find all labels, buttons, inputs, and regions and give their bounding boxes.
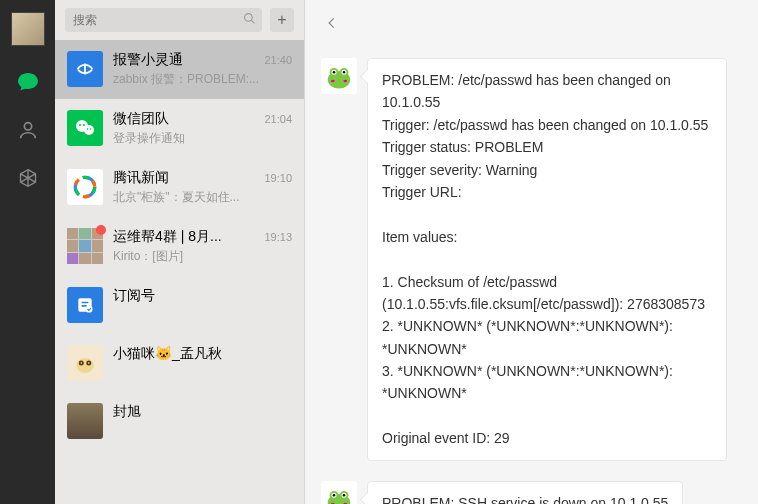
chat-time: 19:13 (264, 231, 292, 243)
svg-point-26 (343, 80, 347, 83)
chat-time: 21:04 (264, 113, 292, 125)
message-bubble[interactable]: PROBLEM: /etc/passwd has been changed on… (367, 58, 727, 461)
svg-point-13 (76, 358, 94, 373)
svg-point-16 (81, 362, 83, 364)
svg-point-6 (87, 128, 89, 130)
chat-header (305, 0, 758, 48)
search-input[interactable] (65, 8, 262, 32)
svg-point-32 (333, 494, 336, 497)
search-box[interactable] (65, 8, 262, 32)
svg-point-0 (24, 123, 31, 130)
svg-point-25 (331, 80, 335, 83)
chat-preview: 北京"柜族"：夏天如住... (113, 189, 292, 206)
svg-point-24 (343, 71, 346, 74)
messages-pane[interactable]: PROBLEM: /etc/passwd has been changed on… (305, 48, 758, 504)
chat-name: 微信团队 (113, 110, 169, 128)
favorites-icon[interactable] (16, 166, 40, 190)
chat-item-cat[interactable]: 小猫咪🐱_孟凡秋 (55, 334, 304, 392)
sender-avatar (321, 58, 357, 94)
message-bubble[interactable]: PROBLEM: SSH service is down on 10.1.0.5… (367, 481, 683, 504)
message: PROBLEM: SSH service is down on 10.1.0.5… (321, 481, 738, 504)
contacts-icon[interactable] (16, 118, 40, 142)
chat-item-alert[interactable]: 报警小灵通21:40 zabbix 报警：PROBLEM:... (55, 40, 304, 99)
chat-name: 腾讯新闻 (113, 169, 169, 187)
chat-item-wechat-team[interactable]: 微信团队21:04 登录操作通知 (55, 99, 304, 158)
chat-time: 21:40 (264, 54, 292, 66)
svg-point-17 (88, 362, 90, 364)
back-icon[interactable] (325, 13, 339, 36)
chat-avatar (67, 228, 103, 264)
chat-item-subscriptions[interactable]: 订阅号 (55, 276, 304, 334)
svg-point-33 (343, 494, 346, 497)
chat-avatar (67, 110, 103, 146)
chat-name: 订阅号 (113, 287, 155, 305)
chat-name: 报警小灵通 (113, 51, 183, 69)
svg-point-4 (79, 124, 81, 126)
chat-icon[interactable] (16, 70, 40, 94)
svg-point-7 (90, 128, 92, 130)
left-nav (0, 0, 55, 504)
chat-item-fengxu[interactable]: 封旭 (55, 392, 304, 450)
svg-point-1 (245, 14, 253, 22)
chat-preview: zabbix 报警：PROBLEM:... (113, 71, 292, 88)
chat-item-ops-group[interactable]: 运维帮4群 | 8月...19:13 Kirito：[图片] (55, 217, 304, 276)
chat-time: 19:10 (264, 172, 292, 184)
chat-name: 封旭 (113, 403, 141, 421)
svg-point-5 (83, 124, 85, 126)
svg-point-3 (84, 125, 94, 135)
chat-list: + 报警小灵通21:40 zabbix 报警：PROBLEM:... 微信团队2… (55, 0, 305, 504)
chat-preview: 登录操作通知 (113, 130, 292, 147)
chat-avatar (67, 51, 103, 87)
chat-name: 小猫咪🐱_孟凡秋 (113, 345, 222, 363)
chat-avatar (67, 287, 103, 323)
chat-avatar (67, 169, 103, 205)
add-button[interactable]: + (270, 8, 294, 32)
search-icon (243, 12, 256, 28)
unread-badge (96, 225, 106, 235)
chat-content: PROBLEM: /etc/passwd has been changed on… (305, 0, 758, 504)
user-avatar[interactable] (11, 12, 45, 46)
chat-avatar (67, 345, 103, 381)
chat-name: 运维帮4群 | 8月... (113, 228, 222, 246)
svg-point-23 (333, 71, 336, 74)
chat-item-tencent-news[interactable]: 腾讯新闻19:10 北京"柜族"：夏天如住... (55, 158, 304, 217)
message: PROBLEM: /etc/passwd has been changed on… (321, 58, 738, 461)
chat-preview: Kirito：[图片] (113, 248, 292, 265)
sender-avatar (321, 481, 357, 504)
chat-avatar (67, 403, 103, 439)
